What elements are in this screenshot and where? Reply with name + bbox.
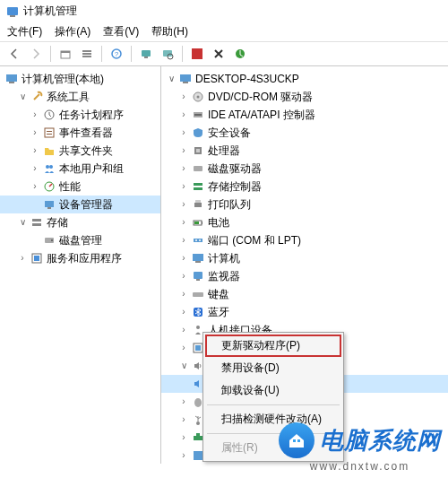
dev-cpu[interactable]: ›处理器 bbox=[161, 142, 448, 160]
tree-label: 存储 bbox=[47, 214, 68, 230]
dev-security[interactable]: ›安全设备 bbox=[161, 124, 448, 142]
dev-battery[interactable]: ›电池 bbox=[161, 213, 448, 231]
expand-icon[interactable]: › bbox=[177, 322, 190, 338]
svg-point-61 bbox=[196, 422, 200, 425]
tree-devmgr[interactable]: 设备管理器 bbox=[0, 196, 160, 213]
svg-rect-1 bbox=[10, 15, 15, 17]
expand-icon[interactable]: › bbox=[177, 107, 190, 123]
menu-file[interactable]: 文件(F) bbox=[7, 24, 42, 39]
toolbar: ? bbox=[0, 41, 448, 66]
tree-label: 性能 bbox=[59, 178, 81, 195]
tree-tasksched[interactable]: ›任务计划程序 bbox=[0, 106, 160, 124]
help-icon[interactable]: ? bbox=[108, 45, 125, 63]
expand-icon[interactable]: › bbox=[177, 214, 190, 230]
tree-label: 计算机 bbox=[208, 250, 240, 266]
svg-rect-20 bbox=[47, 134, 52, 135]
expand-icon[interactable]: › bbox=[177, 89, 190, 105]
tree-root[interactable]: 计算机管理(本地) bbox=[0, 70, 160, 88]
dev-dvd[interactable]: ›DVD/CD-ROM 驱动器 bbox=[161, 88, 448, 106]
svg-rect-68 bbox=[297, 439, 300, 442]
expand-icon[interactable]: › bbox=[177, 250, 190, 266]
svg-rect-13 bbox=[192, 48, 202, 59]
scan-icon[interactable] bbox=[159, 45, 177, 63]
expand-icon[interactable]: › bbox=[177, 161, 190, 177]
expand-icon[interactable]: › bbox=[177, 232, 190, 248]
expand-icon[interactable]: › bbox=[29, 143, 41, 159]
storage-ctrl-icon bbox=[191, 179, 205, 194]
collapse-icon[interactable]: ∨ bbox=[16, 89, 29, 105]
expand-icon[interactable]: › bbox=[177, 178, 190, 195]
tree-eventvwr[interactable]: ›事件查看器 bbox=[0, 124, 160, 142]
keyboard-icon bbox=[191, 287, 205, 301]
svg-text:?: ? bbox=[115, 50, 119, 58]
dev-printq[interactable]: ›打印队列 bbox=[161, 196, 448, 213]
expand-icon[interactable]: › bbox=[29, 161, 41, 177]
dev-root[interactable]: ∨DESKTOP-4S3UCKP bbox=[161, 70, 448, 88]
ctx-disable[interactable]: 禁用设备(D) bbox=[205, 357, 341, 379]
dev-storage[interactable]: ›存储控制器 bbox=[161, 178, 448, 196]
dev-bluetooth[interactable]: ›蓝牙 bbox=[161, 303, 448, 321]
svg-rect-0 bbox=[7, 7, 18, 15]
up-icon[interactable] bbox=[56, 45, 74, 63]
tree-label: 本地用户和组 bbox=[59, 161, 124, 177]
expand-icon[interactable]: › bbox=[177, 394, 190, 410]
expand-icon[interactable]: › bbox=[177, 430, 190, 446]
menu-separator bbox=[207, 404, 340, 405]
update-icon[interactable] bbox=[231, 45, 249, 63]
svg-rect-54 bbox=[196, 279, 200, 281]
left-tree: 计算机管理(本地) ∨系统工具 ›任务计划程序 ›事件查看器 ›共享文件夹 ›本… bbox=[0, 66, 161, 464]
expand-icon[interactable]: › bbox=[177, 143, 190, 159]
tree-label: 任务计划程序 bbox=[59, 107, 124, 123]
menu-help[interactable]: 帮助(H) bbox=[151, 24, 188, 39]
dev-ide[interactable]: ›IDE ATA/ATAPI 控制器 bbox=[161, 106, 448, 124]
expand-icon[interactable]: › bbox=[29, 107, 41, 123]
dev-monitor[interactable]: ›监视器 bbox=[161, 267, 448, 285]
tree-diskmgmt[interactable]: 磁盘管理 bbox=[0, 231, 160, 249]
forward-icon[interactable] bbox=[27, 45, 45, 63]
disk-icon bbox=[42, 233, 56, 248]
tree-services[interactable]: ›服务和应用程序 bbox=[0, 249, 160, 267]
uninstall-icon[interactable] bbox=[210, 45, 228, 63]
expand-icon[interactable]: › bbox=[29, 125, 41, 141]
ctx-uninstall[interactable]: 卸载设备(U) bbox=[205, 379, 341, 402]
collapse-icon[interactable]: ∨ bbox=[16, 214, 29, 230]
dev-ports[interactable]: ›端口 (COM 和 LPT) bbox=[161, 231, 448, 249]
tree-label: 服务和应用程序 bbox=[47, 250, 122, 266]
monitor-icon[interactable] bbox=[137, 45, 155, 63]
svg-rect-5 bbox=[82, 53, 91, 55]
enable-icon[interactable] bbox=[188, 45, 206, 63]
expand-icon[interactable]: › bbox=[177, 448, 190, 464]
collapse-icon[interactable]: ∨ bbox=[177, 358, 190, 374]
tree-shared[interactable]: ›共享文件夹 bbox=[0, 142, 160, 160]
tree-perf[interactable]: ›性能 bbox=[0, 178, 160, 196]
list-icon[interactable] bbox=[78, 45, 96, 63]
monitor-icon bbox=[191, 269, 205, 283]
svg-point-29 bbox=[51, 239, 53, 241]
expand-icon[interactable]: › bbox=[177, 268, 190, 284]
tree-localusers[interactable]: ›本地用户和组 bbox=[0, 160, 160, 178]
dev-keyboard[interactable]: ›键盘 bbox=[161, 285, 448, 303]
expand-icon[interactable]: › bbox=[177, 340, 190, 356]
perf-icon bbox=[42, 179, 56, 194]
tree-label: 监视器 bbox=[208, 268, 240, 284]
menu-action[interactable]: 操作(A) bbox=[55, 24, 90, 39]
expand-icon[interactable]: › bbox=[177, 196, 190, 213]
tree-systools[interactable]: ∨系统工具 bbox=[0, 88, 160, 106]
dev-computer[interactable]: ›计算机 bbox=[161, 249, 448, 267]
expand-icon[interactable]: › bbox=[29, 178, 41, 195]
security-icon bbox=[191, 126, 205, 140]
back-icon[interactable] bbox=[5, 45, 23, 63]
tree-storage[interactable]: ∨存储 bbox=[0, 213, 160, 231]
expand-icon[interactable]: › bbox=[16, 250, 29, 266]
expand-icon[interactable]: › bbox=[177, 304, 190, 320]
computer-icon bbox=[4, 72, 19, 86]
collapse-icon[interactable]: ∨ bbox=[165, 71, 177, 87]
tree-label: 端口 (COM 和 LPT) bbox=[208, 232, 301, 248]
svg-rect-43 bbox=[194, 203, 202, 207]
ctx-update-driver[interactable]: 更新驱动程序(P) bbox=[205, 335, 341, 357]
expand-icon[interactable]: › bbox=[177, 286, 190, 302]
menu-view[interactable]: 查看(V) bbox=[103, 24, 139, 39]
dev-disk[interactable]: ›磁盘驱动器 bbox=[161, 160, 448, 178]
expand-icon[interactable]: › bbox=[177, 412, 190, 428]
expand-icon[interactable]: › bbox=[177, 125, 190, 141]
